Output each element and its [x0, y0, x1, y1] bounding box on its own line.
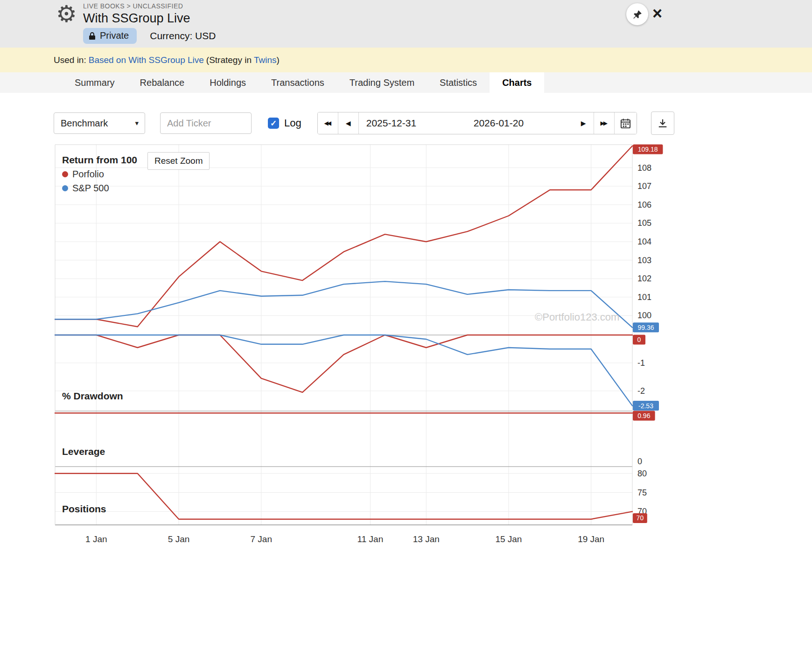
- used-in-label: Used in:: [54, 55, 86, 65]
- calendar-button[interactable]: [615, 112, 637, 134]
- pin-icon: [632, 9, 643, 20]
- tab-statistics[interactable]: Statistics: [427, 72, 490, 93]
- step-back-button[interactable]: ◀: [338, 112, 359, 134]
- series-line-porfolio: [55, 474, 632, 519]
- header-text-block: LIVE BOOKS > UNCLASSIFIED With SSGroup L…: [83, 2, 190, 26]
- y-axis-tick-label: 104: [637, 237, 651, 246]
- privacy-badge-label: Private: [100, 30, 129, 41]
- step-forward-button[interactable]: ▶: [574, 112, 594, 134]
- last-value-badge-label: -2.53: [638, 402, 653, 410]
- y-axis-tick-label: 75: [637, 488, 647, 497]
- currency-label: Currency: USD: [150, 30, 216, 42]
- charts-canvas[interactable]: 1 Jan5 Jan7 Jan11 Jan13 Jan15 Jan19 Jan1…: [0, 140, 812, 562]
- y-axis-tick-label: 0: [637, 457, 642, 466]
- tab-summary[interactable]: Summary: [62, 72, 127, 93]
- end-date-input[interactable]: [466, 112, 574, 134]
- last-value-badge-label: 99.36: [637, 324, 654, 331]
- fast-forward-button[interactable]: ▶▶: [594, 112, 615, 134]
- calendar-icon: [620, 118, 631, 129]
- benchmark-select-value: Benchmark: [61, 118, 108, 129]
- x-axis-tick-label: 13 Jan: [413, 534, 440, 544]
- y-axis-tick-label: 108: [637, 163, 651, 173]
- x-axis-tick-label: 5 Jan: [168, 534, 189, 544]
- used-in-banner: Used in: Based on With SSGroup Live (Str…: [0, 48, 812, 72]
- y-axis-tick-label: 107: [637, 181, 651, 191]
- privacy-badge[interactable]: Private: [83, 28, 137, 44]
- rewind-button[interactable]: ◀◀: [318, 112, 338, 134]
- chevron-down-icon: ▾: [135, 119, 139, 127]
- y-axis-tick-label: 106: [637, 200, 651, 209]
- series-line-s-p-500: [55, 335, 632, 406]
- tab-charts[interactable]: Charts: [490, 72, 544, 93]
- tab-transactions[interactable]: Transactions: [259, 72, 337, 93]
- x-axis-tick-label: 1 Jan: [85, 534, 107, 544]
- charts-panel: 1 Jan5 Jan7 Jan11 Jan13 Jan15 Jan19 Jan1…: [0, 140, 812, 574]
- tab-trading-system[interactable]: Trading System: [337, 72, 427, 93]
- header: ⚙ LIVE BOOKS > UNCLASSIFIED With SSGroup…: [0, 0, 812, 48]
- tab-rebalance[interactable]: Rebalance: [127, 72, 197, 93]
- last-value-badge-label: 109.18: [638, 146, 658, 153]
- positions-panel-title: Positions: [62, 503, 106, 515]
- sp500-legend-label: S&P 500: [72, 183, 109, 194]
- add-ticker-input[interactable]: [160, 112, 252, 134]
- x-axis-tick-label: 15 Jan: [495, 534, 522, 544]
- portfolio-legend-dot: [62, 171, 68, 177]
- log-checkbox[interactable]: ✓: [268, 118, 279, 129]
- legend-item-portfolio[interactable]: Porfolio: [62, 169, 104, 180]
- benchmark-select[interactable]: Benchmark ▾: [54, 112, 145, 134]
- drawdown-panel-title: % Drawdown: [62, 391, 123, 402]
- y-axis-tick-label: -2: [637, 386, 645, 396]
- strategy-suffix: ): [277, 55, 280, 65]
- last-value-badge-label: 0: [637, 336, 641, 343]
- log-label: Log: [284, 117, 301, 129]
- portfolio-legend-label: Porfolio: [72, 169, 104, 180]
- strategy-link[interactable]: Twins: [254, 55, 277, 65]
- gear-icon[interactable]: ⚙: [56, 0, 77, 28]
- date-range-control: ◀◀ ◀ ▶ ▶▶: [317, 112, 637, 134]
- y-axis-tick-label: 103: [637, 256, 651, 265]
- pin-button[interactable]: [626, 3, 648, 25]
- close-icon[interactable]: ×: [652, 4, 662, 23]
- last-value-badge-label: 0.96: [637, 412, 650, 419]
- start-date-input[interactable]: [359, 112, 466, 134]
- lock-icon: [89, 32, 96, 40]
- return-panel-title: Return from 100: [62, 154, 137, 166]
- tab-bar: Summary Rebalance Holdings Transactions …: [0, 72, 812, 93]
- x-axis-tick-label: 11 Jan: [357, 534, 384, 544]
- chart-toolbar: Benchmark ▾ ✓ Log ◀◀ ◀ ▶ ▶▶: [54, 112, 812, 134]
- page-title: With SSGroup Live: [83, 11, 190, 26]
- last-value-badge-label: 70: [637, 514, 644, 522]
- y-axis-tick-label: 105: [637, 218, 651, 228]
- y-axis-tick-label: 102: [637, 274, 651, 283]
- watermark: ©Portfolio123.com: [535, 311, 619, 323]
- series-line-porfolio: [55, 335, 632, 392]
- tab-holdings[interactable]: Holdings: [197, 72, 259, 93]
- y-axis-tick-label: 101: [637, 293, 651, 302]
- leverage-panel-title: Leverage: [62, 446, 105, 457]
- strategy-prefix: (Strategy in: [206, 55, 252, 65]
- x-axis-tick-label: 7 Jan: [250, 534, 272, 544]
- breadcrumb: LIVE BOOKS > UNCLASSIFIED: [83, 2, 190, 10]
- used-in-book-link[interactable]: Based on With SSGroup Live: [89, 55, 204, 65]
- series-line-porfolio: [55, 146, 632, 327]
- y-axis-tick-label: -1: [637, 358, 645, 368]
- download-icon: [658, 118, 668, 128]
- y-axis-tick-label: 80: [637, 469, 647, 478]
- x-axis-tick-label: 19 Jan: [578, 534, 604, 544]
- y-axis-tick-label: 100: [637, 311, 651, 320]
- log-checkbox-group[interactable]: ✓ Log: [268, 117, 301, 129]
- legend-item-sp500[interactable]: S&P 500: [62, 183, 109, 194]
- download-button[interactable]: [651, 112, 674, 135]
- sp500-legend-dot: [62, 185, 68, 191]
- badge-row: Private Currency: USD: [83, 28, 216, 44]
- reset-zoom-button[interactable]: Reset Zoom: [147, 152, 210, 170]
